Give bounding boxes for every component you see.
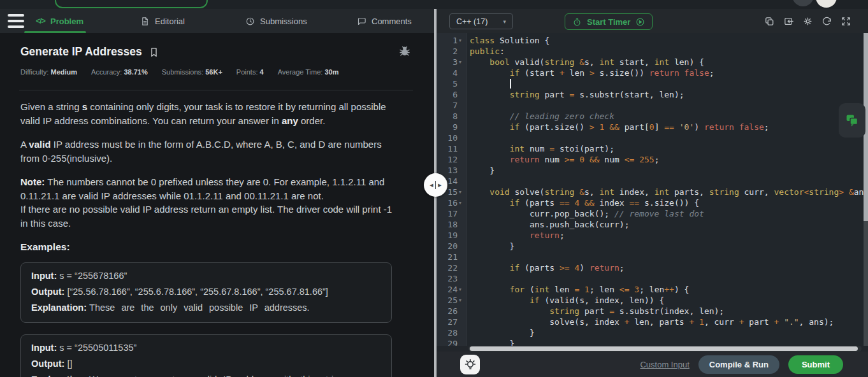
reset-icon[interactable]	[821, 16, 832, 27]
code-line[interactable]: // leading zero check	[470, 111, 614, 122]
code-line[interactable]: for (int len = 1; len <= 3; len++) {	[470, 284, 689, 295]
examples-list: Input: s = “255678166”Output: [“25.56.78…	[20, 262, 393, 377]
avatar-light[interactable]	[816, 0, 837, 8]
code-line[interactable]: }	[470, 241, 514, 252]
code-line[interactable]: ans.push_back(curr);	[470, 219, 629, 230]
resize-divider-line	[435, 181, 437, 189]
panel-resize-handle[interactable]: ◂ ▸	[424, 173, 447, 197]
code-line[interactable]: class Solution {	[470, 35, 549, 46]
tab-editorial[interactable]: Editorial	[140, 9, 185, 33]
stat-item: Points: 4	[236, 68, 264, 76]
stat-item: Difficulty: Medium	[20, 68, 77, 76]
start-timer-label: Start Timer	[587, 17, 630, 27]
horizontal-scrollbar-thumb[interactable]	[470, 346, 858, 351]
code-line[interactable]: string part = s.substr(start, len);	[470, 89, 684, 100]
fold-toggle-icon[interactable]: ▾	[459, 284, 465, 295]
example-output: Output: []	[31, 359, 381, 369]
avatar-dark[interactable]	[792, 0, 814, 6]
clock-icon	[245, 17, 255, 26]
code-line[interactable]: if (part.size() > 1 && part[0] == '0') r…	[470, 122, 769, 132]
tab-label: Problem	[50, 17, 83, 26]
code-line[interactable]: if (parts == 4 && index == s.size()) {	[470, 197, 699, 208]
editor-panel: C++ (17) ▾ Start Timer 1▾23▾456789101112…	[437, 9, 868, 377]
copy-icon[interactable]	[764, 16, 775, 27]
code-line[interactable]: void solve(string &s, int index, int par…	[470, 187, 868, 197]
line-number: 17	[447, 208, 458, 219]
stat-item: Average Time: 30m	[278, 68, 339, 76]
lightbulb-icon	[463, 358, 477, 372]
code-line[interactable]: public:	[470, 46, 505, 57]
chat-bubbles-icon	[844, 113, 860, 128]
fold-toggle-icon[interactable]: ▾	[459, 35, 465, 46]
start-timer-button[interactable]: Start Timer	[565, 13, 653, 30]
tab-label: Comments	[372, 17, 412, 26]
line-number: 14	[447, 176, 458, 187]
divider-line	[19, 90, 413, 90]
code-line[interactable]: }	[470, 327, 535, 338]
hamburger-menu-icon[interactable]	[8, 14, 24, 28]
chat-bubbles-button[interactable]	[839, 103, 865, 138]
line-number: 24	[447, 284, 458, 295]
resize-left-arrow-icon: ◂	[430, 181, 433, 189]
import-icon[interactable]	[783, 16, 794, 27]
fold-toggle-icon[interactable]: ▾	[459, 187, 465, 197]
example-box: Input: s = “25505011535”Output: []Explan…	[20, 334, 392, 377]
line-number: 18	[447, 219, 458, 230]
code-line[interactable]: bool valid(string &s, int start, int len…	[470, 57, 704, 68]
line-number: 8	[452, 111, 458, 122]
tab-submissions[interactable]: Submissions	[245, 9, 307, 33]
code-line[interactable]: return;	[470, 230, 565, 241]
stat-item: Submissions: 56K+	[162, 68, 222, 76]
bug-report-icon[interactable]	[398, 45, 411, 57]
active-tab-underline	[24, 31, 86, 33]
example-output: Output: [“25.56.78.166”, “255.6.78.166”,…	[31, 287, 381, 297]
code-line[interactable]: }	[470, 338, 514, 346]
code-editor[interactable]: 1▾23▾456789101112131415▾16▾1718192021222…	[437, 33, 868, 346]
line-number: 16	[447, 197, 458, 208]
bookmark-icon[interactable]	[148, 46, 159, 58]
line-number: 6	[452, 89, 458, 100]
fold-toggle-icon[interactable]: ▾	[459, 57, 465, 68]
line-number: 27	[447, 317, 458, 327]
compile-run-button[interactable]: Compile & Run	[698, 355, 779, 374]
examples-heading: Examples:	[20, 240, 393, 253]
custom-input-link[interactable]: Custom Input	[640, 360, 689, 369]
search-bar-remnant[interactable]	[55, 0, 208, 8]
code-line[interactable]: string part = s.substr(index, len);	[470, 306, 724, 317]
line-number: 26	[447, 306, 458, 317]
fold-toggle-icon[interactable]: ▾	[459, 295, 465, 306]
settings-icon[interactable]	[802, 16, 813, 27]
hint-button[interactable]	[460, 355, 480, 374]
code-line[interactable]: curr.pop_back(); // remove last dot	[470, 208, 704, 219]
code-line[interactable]	[470, 78, 510, 89]
page-title: Generate IP Addresses	[20, 45, 142, 59]
description-paragraph: Note: The numbers cannot be 0 prefixed u…	[20, 175, 393, 230]
problem-stats: Difficulty: MediumAccuracy: 38.71%Submis…	[20, 68, 338, 76]
tab-comments[interactable]: Comments	[357, 9, 412, 33]
code-line[interactable]: if (parts >= 4) return;	[470, 262, 625, 273]
line-number: 19	[447, 230, 458, 241]
description-paragraph: Given a string s containing only digits,…	[20, 100, 393, 127]
language-select[interactable]: C++ (17) ▾	[449, 13, 513, 29]
vertical-scrollbar[interactable]	[864, 33, 868, 346]
tab-problem[interactable]: </>Problem	[36, 9, 83, 33]
submit-button[interactable]: Submit	[788, 355, 843, 374]
code-line[interactable]: return num >= 0 && num <= 255;	[470, 154, 659, 165]
title-row: Generate IP Addresses	[20, 45, 159, 59]
code-line[interactable]: int num = stoi(part);	[470, 143, 614, 154]
line-number: 2	[452, 46, 458, 57]
code-line[interactable]: if (valid(s, index, len)) {	[470, 295, 664, 306]
fullscreen-icon[interactable]	[841, 16, 851, 27]
comment-icon	[357, 17, 366, 26]
horizontal-scrollbar[interactable]	[468, 346, 862, 352]
line-number: 23	[447, 273, 458, 284]
line-number: 13	[447, 165, 458, 176]
line-number: 9	[452, 122, 458, 132]
description-paragraph: A valid IP address must be in the form o…	[20, 138, 393, 165]
code-line[interactable]: if (start + len > s.size()) return false…	[470, 68, 714, 78]
fold-toggle-icon[interactable]: ▾	[459, 197, 465, 208]
code-icon: </>	[36, 17, 45, 26]
code-line[interactable]: }	[470, 165, 495, 176]
code-line[interactable]: solve(s, index + len, parts + 1, curr + …	[470, 317, 834, 327]
example-input: Input: s = “255678166”	[31, 271, 381, 281]
